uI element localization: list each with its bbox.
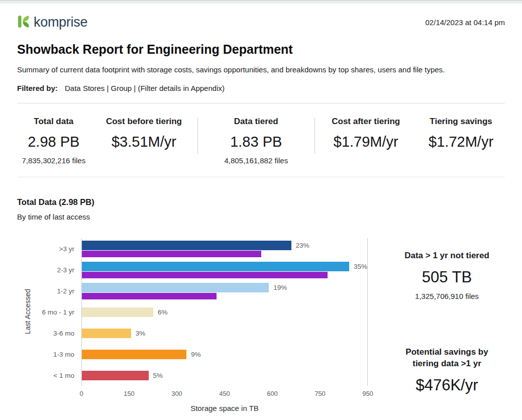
- tiered-bar: [82, 293, 217, 299]
- bar-cell: 19%: [81, 280, 368, 301]
- filter-values: Data Stores | Group | (Filter details in…: [65, 84, 225, 92]
- report-subtitle: Summary of current data footprint with s…: [17, 65, 505, 74]
- chart-row: 1-2 yr 19%: [17, 280, 389, 301]
- data-bar: [82, 371, 149, 380]
- chart-title: Total Data (2.98 PB): [17, 197, 389, 207]
- not-tiered-title: Data > 1 yr not tiered: [404, 250, 489, 262]
- page-title: Showback Report for Engineering Departme…: [17, 42, 505, 57]
- metric-card: Tiering savings $1.72M/yr: [417, 117, 505, 165]
- percent-label: 6%: [158, 308, 168, 316]
- chart-row: 1-3 mo 9%: [17, 344, 389, 365]
- chart-row: < 1 mo 5%: [17, 365, 389, 386]
- metric-value: 2.98 PB: [20, 134, 87, 150]
- bar-cell: 3%: [81, 323, 368, 344]
- bar-cell: 35%: [81, 259, 368, 280]
- metric-label: Tiering savings: [420, 117, 502, 127]
- percent-label: 23%: [296, 242, 309, 249]
- chart-row: 2-3 yr 35%: [17, 259, 389, 280]
- x-ticks: 0150300450600750950: [81, 386, 368, 398]
- category-label: < 1 mo: [17, 365, 81, 386]
- percent-label: 35%: [354, 263, 367, 270]
- x-tick-label: 600: [267, 390, 278, 397]
- bar-chart: Last Accessed >3 yr 23% 2-3 yr 35% 1-2 y…: [17, 238, 389, 412]
- x-tick-label: 750: [315, 390, 326, 397]
- report-header: komprise 02/14/2023 at 04:14 pm: [17, 15, 505, 30]
- metric-files: [318, 156, 414, 165]
- data-bar: [82, 307, 153, 317]
- bar-cell: 23%: [81, 238, 368, 259]
- data-bar: [82, 350, 186, 359]
- x-axis: 0150300450600750950 Storage space in TB: [81, 386, 368, 412]
- metric-files: 7,835,302,216 files: [20, 156, 87, 165]
- y-axis-label: Last Accessed: [24, 269, 32, 354]
- metric-label: Total data: [20, 117, 87, 127]
- bar-cell: 9%: [81, 344, 368, 365]
- data-bar: [82, 283, 269, 292]
- percent-label: 9%: [191, 351, 201, 358]
- metric-value: 1.83 PB: [200, 134, 311, 150]
- metric-value: $1.72M/yr: [420, 134, 502, 150]
- chart-row: 3-6 mo 3%: [17, 323, 389, 344]
- x-tick-label: 950: [362, 390, 373, 397]
- metric-card: Cost before tiering $3.51M/yr: [90, 117, 198, 165]
- data-bar: [82, 329, 131, 338]
- komprise-logo: komprise: [17, 15, 87, 30]
- not-tiered-stat: Data > 1 yr not tiered 505 TB 1,325,706,…: [404, 250, 489, 300]
- chart-row: 6 mo - 1 yr 6%: [17, 301, 389, 323]
- divider-bottom: [17, 177, 505, 177]
- percent-label: 19%: [273, 284, 287, 291]
- bar-cell: 6%: [81, 301, 368, 323]
- savings-stat: Potential savings by tiering data >1 yr …: [397, 347, 497, 394]
- metric-label: Cost before tiering: [93, 117, 195, 127]
- data-bar: [82, 241, 291, 250]
- filtered-by-label: Filtered by:: [17, 84, 58, 92]
- tiered-bar: [82, 251, 261, 257]
- metrics-row: Total data 2.98 PB 7,835,302,216 files C…: [17, 103, 505, 172]
- percent-label: 3%: [136, 330, 146, 337]
- x-axis-label: Storage space in TB: [81, 404, 368, 412]
- metric-value: $3.51M/yr: [93, 134, 195, 150]
- category-label: >3 yr: [17, 238, 81, 259]
- metric-card: Total data 2.98 PB 7,835,302,216 files: [17, 117, 90, 165]
- bar-cell: 5%: [81, 365, 368, 386]
- metric-value: $1.79M/yr: [318, 134, 414, 150]
- tiered-bar: [82, 272, 328, 278]
- filter-row: Filtered by: Data Stores | Group | (Filt…: [17, 84, 505, 92]
- report-datetime: 02/14/2023 at 04:14 pm: [426, 18, 505, 27]
- metric-card: Cost after tiering $1.79M/yr: [315, 117, 417, 165]
- x-tick-label: 300: [171, 390, 182, 397]
- chart-subtitle: By time of last access: [17, 213, 389, 221]
- report-page: komprise 02/14/2023 at 04:14 pm Showback…: [0, 0, 522, 420]
- percent-label: 5%: [153, 372, 163, 379]
- chart-row: >3 yr 23%: [17, 238, 389, 259]
- x-tick-label: 150: [124, 390, 135, 397]
- metric-files: [93, 156, 195, 165]
- x-tick-label: 0: [79, 390, 83, 397]
- savings-value: $476K/yr: [397, 376, 497, 394]
- metric-files: [420, 156, 502, 165]
- not-tiered-value: 505 TB: [404, 268, 489, 286]
- metric-files: 4,805,161,882 files: [200, 156, 311, 165]
- chart-rows: >3 yr 23% 2-3 yr 35% 1-2 yr 19%: [17, 238, 389, 386]
- chart-block: Total Data (2.98 PB) By time of last acc…: [17, 197, 389, 412]
- not-tiered-files: 1,325,706,910 files: [404, 292, 489, 300]
- brand-name: komprise: [34, 15, 87, 30]
- savings-title: Potential savings by tiering data >1 yr: [397, 347, 497, 370]
- data-bar: [82, 262, 349, 271]
- metric-label: Cost after tiering: [318, 117, 414, 127]
- komprise-logo-icon: [17, 15, 30, 30]
- x-tick-label: 450: [219, 390, 230, 397]
- summary-stats: Data > 1 yr not tiered 505 TB 1,325,706,…: [389, 197, 505, 412]
- window-top-strip: [0, 0, 522, 4]
- metric-card: Data tiered 1.83 PB 4,805,161,882 files: [197, 117, 315, 165]
- metric-label: Data tiered: [200, 117, 311, 127]
